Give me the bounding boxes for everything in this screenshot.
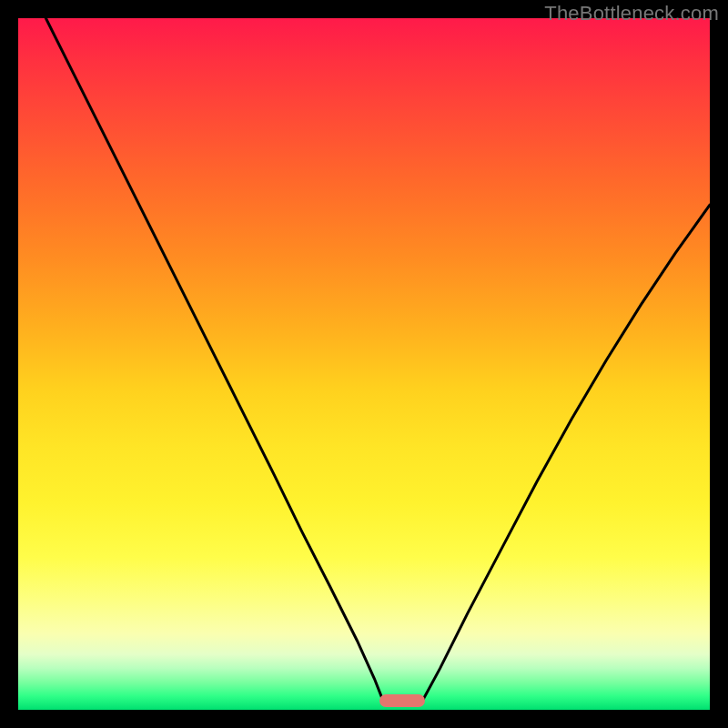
left-curve: [46, 18, 383, 702]
watermark-text: TheBottleneck.com: [544, 2, 719, 25]
plot-area: [18, 18, 710, 710]
curve-layer: [18, 18, 710, 710]
chart-frame: TheBottleneck.com: [0, 0, 728, 728]
optimum-marker: [379, 694, 425, 707]
right-curve: [422, 205, 710, 702]
